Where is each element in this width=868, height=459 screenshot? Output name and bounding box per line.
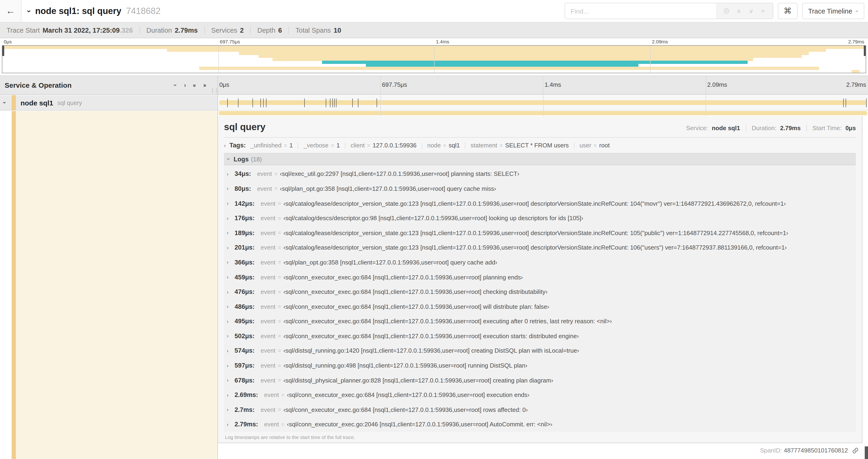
column-resizer-grip[interactable] <box>212 88 217 93</box>
logs-collapse-chevron-icon[interactable]: › <box>226 158 231 160</box>
logs-header[interactable]: › Logs (18) <box>224 153 856 165</box>
minimap-span-bar <box>273 58 753 61</box>
log-entry-row[interactable]: ›502μs:event=‹sql/conn_executor_exec.go:… <box>224 329 856 343</box>
log-entry-row[interactable]: ›176μs:event=‹sql/catalog/descs/descript… <box>224 211 856 226</box>
tags-row[interactable]: › Tags: _unfinished=1_verbose=1client=12… <box>224 142 856 149</box>
log-entry-row[interactable]: ›366μs:event=‹sql/plan_opt.go:358 [nsql1… <box>224 255 856 270</box>
log-expand-chevron-icon[interactable]: › <box>227 186 228 192</box>
log-expand-chevron-icon[interactable]: › <box>227 348 228 354</box>
view-selector-button[interactable]: Trace Timeline › <box>802 3 864 19</box>
span-detail-meta: Service: node sql1 Duration: 2.79ms Star… <box>686 125 856 132</box>
summary-label: Duration <box>146 26 172 34</box>
clear-find-icon[interactable]: × <box>762 7 765 14</box>
start-time-label: Start Time: <box>812 125 842 132</box>
command-icon: ⌘ <box>784 6 792 16</box>
log-entry-row[interactable]: ›2.79ms:event=‹sql/conn_executor_exec.go… <box>224 417 856 432</box>
log-entry-row[interactable]: ›476μs:event=‹sql/conn_executor_exec.go:… <box>224 285 856 299</box>
collapse-deep-icon[interactable]: ›› <box>191 84 198 86</box>
timeline-gridline <box>705 76 706 94</box>
expand-one-icon[interactable]: › <box>184 81 186 89</box>
log-entry-row[interactable]: ›486μs:event=‹sql/conn_executor_exec.go:… <box>224 299 856 314</box>
duration-value: 2.79ms <box>780 125 801 132</box>
log-timestamp: 80μs: <box>235 185 251 192</box>
equals-sign: = <box>278 348 281 354</box>
trace-collapse-chevron-icon[interactable]: › <box>25 10 33 12</box>
log-event-value: ‹sql/conn_executor_exec.go:684 [nsql1,cl… <box>283 288 548 295</box>
log-expand-chevron-icon[interactable]: › <box>227 319 228 324</box>
log-expand-chevron-icon[interactable]: › <box>227 289 228 295</box>
equals-sign: = <box>278 274 281 280</box>
log-entry-row[interactable]: ›34μs:event=‹sql/exec_util.go:2297 [nsql… <box>224 167 856 181</box>
minimap-span-bar <box>852 70 860 73</box>
log-expand-chevron-icon[interactable]: › <box>227 201 228 206</box>
expand-all-icon[interactable]: ›› <box>203 81 205 89</box>
summary-total-spans: Total Spans 10 <box>289 26 348 34</box>
log-entry-row[interactable]: ›597μs:event=‹sql/distsql_running.go:498… <box>224 358 856 373</box>
service-color-stripe <box>12 111 16 459</box>
log-expand-chevron-icon[interactable]: › <box>227 171 228 177</box>
log-expand-chevron-icon[interactable]: › <box>227 378 228 383</box>
log-event-value: ‹sql/plan_opt.go:358 [nsql1,client=127.0… <box>280 185 496 192</box>
deep-link-icon[interactable] <box>852 447 859 454</box>
log-entry-row[interactable]: ›495μs:event=‹sql/conn_executor_exec.go:… <box>224 314 856 329</box>
log-event-value: ‹sql/exec_util.go:2297 [nsql1,client=127… <box>280 170 519 177</box>
log-event-value: ‹sql/conn_executor_exec.go:684 [nsql1,cl… <box>283 333 579 339</box>
log-entry-row[interactable]: ›189μs:event=‹sql/catalog/lease/descript… <box>224 226 856 240</box>
tag-divider <box>574 143 574 149</box>
timeline-gridline <box>706 95 706 110</box>
find-input[interactable] <box>565 3 716 19</box>
summary-value: 2 <box>240 26 244 34</box>
log-entry-row[interactable]: ›574μs:event=‹sql/distsql_running.go:142… <box>224 343 856 358</box>
collapse-all-icon[interactable]: › <box>172 84 179 86</box>
log-marker-tick <box>336 98 336 107</box>
minimap-span-bar <box>167 49 826 52</box>
equals-sign: = <box>278 318 281 325</box>
log-expand-chevron-icon[interactable]: › <box>227 274 228 280</box>
summary-duration: Duration 2.79ms <box>140 26 205 34</box>
tags-expand-chevron-icon[interactable]: › <box>224 143 226 148</box>
log-expand-chevron-icon[interactable]: › <box>227 422 228 427</box>
back-button[interactable]: ← <box>0 0 22 22</box>
minimap-canvas <box>2 46 866 73</box>
focus-match-icon[interactable] <box>723 8 729 13</box>
log-expand-chevron-icon[interactable]: › <box>227 304 228 309</box>
log-entry-row[interactable]: ›80μs:event=‹sql/plan_opt.go:358 [nsql1,… <box>224 181 856 196</box>
log-expand-chevron-icon[interactable]: › <box>227 215 228 221</box>
log-expand-chevron-icon[interactable]: › <box>227 230 228 236</box>
log-expand-chevron-icon[interactable]: › <box>227 245 228 251</box>
span-row-label-cell[interactable]: › node sql1 sql query <box>0 95 217 110</box>
log-entry-row[interactable]: ›678μs:event=‹sql/distsql_physical_plann… <box>224 373 856 388</box>
log-entry-row[interactable]: ›2.7ms:event=‹sql/conn_executor_exec.go:… <box>224 402 856 417</box>
log-entry-row[interactable]: ›201μs:event=‹sql/catalog/lease/descript… <box>224 240 856 255</box>
minimap-right-drag-handle[interactable] <box>864 46 866 56</box>
log-entry-row[interactable]: ›459μs:event=‹sql/conn_executor_exec.go:… <box>224 270 856 284</box>
trace-minimap[interactable] <box>2 45 866 73</box>
log-entry-row[interactable]: ›142μs:event=‹sql/catalog/lease/descript… <box>224 196 856 211</box>
log-entry-row[interactable]: ›2.69ms:event=‹sql/conn_executor_exec.go… <box>224 388 856 402</box>
minimap-span-bar <box>199 67 819 70</box>
scrollbar-thumb[interactable] <box>865 447 868 459</box>
log-expand-chevron-icon[interactable]: › <box>227 260 228 265</box>
span-tree-column <box>0 111 217 459</box>
summary-depth: Depth 6 <box>251 26 289 34</box>
log-expand-chevron-icon[interactable]: › <box>227 407 228 413</box>
log-expand-chevron-icon[interactable]: › <box>227 392 228 398</box>
span-collapse-chevron-icon[interactable]: › <box>1 102 8 104</box>
duration-label: Duration: <box>752 125 777 132</box>
summary-label: Trace Start <box>6 26 40 34</box>
next-match-icon[interactable]: ∨ <box>749 7 753 14</box>
log-expand-chevron-icon[interactable]: › <box>227 363 228 368</box>
keyboard-shortcuts-button[interactable]: ⌘ <box>778 3 798 19</box>
equals-sign: = <box>367 142 370 149</box>
log-expand-chevron-icon[interactable]: › <box>227 333 228 339</box>
timeline-gridline <box>543 76 543 94</box>
prev-match-icon[interactable]: ∧ <box>737 7 741 14</box>
minimap-left-drag-handle[interactable] <box>2 46 4 56</box>
ruler-tick-label: 2.09ms <box>707 81 727 88</box>
equals-sign: = <box>274 186 278 192</box>
equals-sign: = <box>278 303 281 310</box>
column-divider[interactable] <box>217 75 218 459</box>
detail-divider <box>224 137 856 138</box>
span-row-timeline-cell[interactable] <box>218 95 868 110</box>
log-timestamp: 495μs: <box>235 318 254 325</box>
